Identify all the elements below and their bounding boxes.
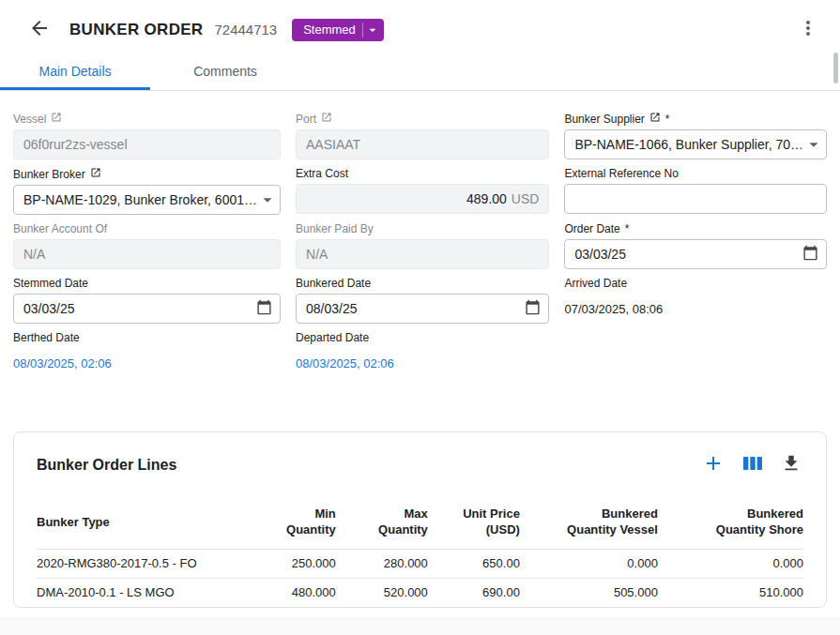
cell-unit-price: 690.00: [435, 579, 527, 608]
bunker-broker-select[interactable]: BP-NAME-1029, Bunker Broker, 6001…: [13, 185, 281, 215]
calendar-icon[interactable]: [802, 245, 818, 264]
tab-bar: Main Details Comments: [0, 53, 840, 91]
bunkered-date-label-text: Bunkered Date: [296, 277, 371, 290]
back-button[interactable]: [26, 15, 53, 44]
tab-comments[interactable]: Comments: [150, 53, 300, 90]
extra-cost-input[interactable]: 489.00 USD: [296, 184, 549, 214]
cell-bunkered-quantity-shore: 510.000: [665, 579, 803, 608]
berthed-date-label: Berthed Date: [13, 331, 281, 344]
arrived-date-label-text: Arrived Date: [564, 277, 627, 290]
table-row[interactable]: 2020-RMG380-2017-0.5 - FO 250.000 280.00…: [37, 550, 803, 579]
open-in-new-icon[interactable]: [321, 112, 332, 126]
port-label: Port: [296, 112, 549, 126]
bunker-order-lines-card: Bunker Order Lines: [13, 431, 827, 608]
main-content: BUNKER ORDER 72444713 Stemmed Main Detai…: [0, 0, 840, 617]
vessel-label: Vessel: [13, 112, 281, 126]
order-date-label-text: Order Date: [564, 222, 619, 235]
departed-date-label-text: Departed Date: [296, 331, 369, 344]
tab-main-details[interactable]: Main Details: [0, 53, 150, 90]
status-badge-label: Stemmed: [303, 23, 356, 37]
card-header: Bunker Order Lines: [37, 450, 803, 479]
bunker-broker-field: Bunker Broker BP-NAME-1029, Bunker Broke…: [13, 167, 281, 215]
bunker-supplier-select[interactable]: BP-NAME-1066, Bunker Supplier, 70…: [564, 129, 827, 159]
departed-date-link[interactable]: 08/03/2025, 02:06: [296, 348, 549, 378]
open-in-new-icon[interactable]: [90, 167, 101, 181]
departed-date-field: Departed Date 08/03/2025, 02:06: [296, 331, 549, 378]
vessel-input: 06f0rur2zs-vessel: [13, 129, 281, 159]
calendar-icon[interactable]: [525, 299, 541, 318]
bunker-broker-label-text: Bunker Broker: [13, 168, 85, 181]
bunker-order-page: BUNKER ORDER 72444713 Stemmed Main Detai…: [0, 0, 840, 635]
add-order-line-button[interactable]: [700, 450, 726, 479]
port-value: AASIAAT: [306, 137, 539, 152]
bunker-supplier-field: Bunker Supplier * BP-NAME-1066, Bunker S…: [564, 112, 827, 159]
scrollbar-thumb[interactable]: [833, 53, 838, 83]
order-number: 72444713: [214, 22, 277, 38]
column-header-bunker-type: Bunker Type: [37, 494, 252, 550]
bunkered-date-input[interactable]: 08/03/25: [296, 294, 549, 324]
bunker-account-of-value: N/A: [23, 247, 270, 262]
berthed-date-field: Berthed Date 08/03/2025, 02:06: [13, 331, 281, 378]
more-options-button[interactable]: [795, 15, 821, 44]
column-header-bunkered-quantity-shore: BunkeredQuantity Shore: [665, 494, 803, 550]
bunker-supplier-label: Bunker Supplier *: [564, 112, 827, 126]
port-label-text: Port: [296, 113, 316, 126]
order-date-field: Order Date * 03/03/25: [564, 222, 827, 269]
port-input: AASIAAT: [296, 129, 549, 159]
external-reference-label-text: External Reference No: [564, 167, 678, 180]
download-button[interactable]: [779, 451, 803, 478]
bunker-account-of-label-text: Bunker Account Of: [13, 222, 107, 235]
table-header-row: Bunker Type MinQuantity MaxQuantity Unit…: [37, 494, 803, 550]
vessel-label-text: Vessel: [13, 113, 46, 126]
bunker-paid-by-value: N/A: [306, 247, 539, 262]
download-icon: [781, 453, 802, 476]
stemmed-date-value: 03/03/25: [23, 301, 75, 316]
cell-bunkered-quantity-shore: 0.000: [665, 550, 803, 579]
calendar-icon[interactable]: [256, 299, 272, 318]
bunker-broker-value: BP-NAME-1029, Bunker Broker, 6001…: [23, 192, 257, 207]
plus-icon: [702, 452, 725, 477]
port-field: Port AASIAAT: [296, 112, 549, 159]
back-arrow-icon: [28, 17, 51, 42]
open-in-new-icon[interactable]: [51, 112, 62, 126]
stemmed-date-label-text: Stemmed Date: [13, 277, 88, 290]
arrived-date-value: 07/03/2025, 08:06: [564, 294, 827, 324]
bunker-paid-by-field: Bunker Paid By N/A: [296, 222, 549, 269]
column-header-max-quantity: MaxQuantity: [344, 494, 435, 550]
bunkered-date-label: Bunkered Date: [296, 277, 549, 290]
view-columns-icon: [741, 452, 764, 477]
extra-cost-label: Extra Cost: [296, 167, 549, 180]
bunker-supplier-value: BP-NAME-1066, Bunker Supplier, 70…: [574, 137, 803, 152]
more-vert-icon: [797, 17, 819, 42]
external-reference-label: External Reference No: [564, 167, 827, 180]
cell-max-quantity: 280.000: [344, 550, 435, 579]
status-badge[interactable]: Stemmed: [292, 19, 384, 41]
bunker-account-of-input: N/A: [13, 239, 281, 269]
cell-min-quantity: 250.000: [252, 550, 344, 579]
card-title: Bunker Order Lines: [37, 456, 176, 475]
column-header-min-quantity: MinQuantity: [252, 494, 344, 550]
order-lines-table: Bunker Type MinQuantity MaxQuantity Unit…: [37, 494, 803, 607]
vessel-field: Vessel 06f0rur2zs-vessel: [13, 112, 281, 159]
open-in-new-icon[interactable]: [649, 112, 661, 126]
required-asterisk: *: [625, 222, 630, 235]
cell-max-quantity: 520.000: [344, 579, 435, 608]
column-header-unit-price: Unit Price(USD): [435, 494, 527, 550]
order-date-input[interactable]: 03/03/25: [564, 239, 827, 269]
table-row[interactable]: DMA-2010-0.1 - LS MGO 480.000 520.000 69…: [37, 579, 803, 608]
page-title: BUNKER ORDER: [69, 21, 203, 39]
external-reference-field: External Reference No: [564, 167, 827, 215]
bunker-account-of-field: Bunker Account Of N/A: [13, 222, 281, 269]
bunker-paid-by-label-text: Bunker Paid By: [296, 222, 374, 235]
stemmed-date-input[interactable]: 03/03/25: [13, 294, 281, 324]
app-header: BUNKER ORDER 72444713 Stemmed: [0, 0, 840, 53]
cell-min-quantity: 480.000: [252, 579, 344, 608]
external-reference-input[interactable]: [564, 184, 827, 214]
cell-bunker-type: DMA-2010-0.1 - LS MGO: [37, 579, 252, 608]
arrived-date-field: Arrived Date 07/03/2025, 08:06: [564, 277, 827, 324]
bunker-paid-by-input: N/A: [296, 239, 549, 269]
departed-date-label: Departed Date: [296, 331, 549, 344]
arrow-drop-down-icon: [257, 189, 278, 210]
berthed-date-link[interactable]: 08/03/2025, 02:06: [13, 348, 281, 378]
manage-columns-button[interactable]: [740, 450, 766, 479]
